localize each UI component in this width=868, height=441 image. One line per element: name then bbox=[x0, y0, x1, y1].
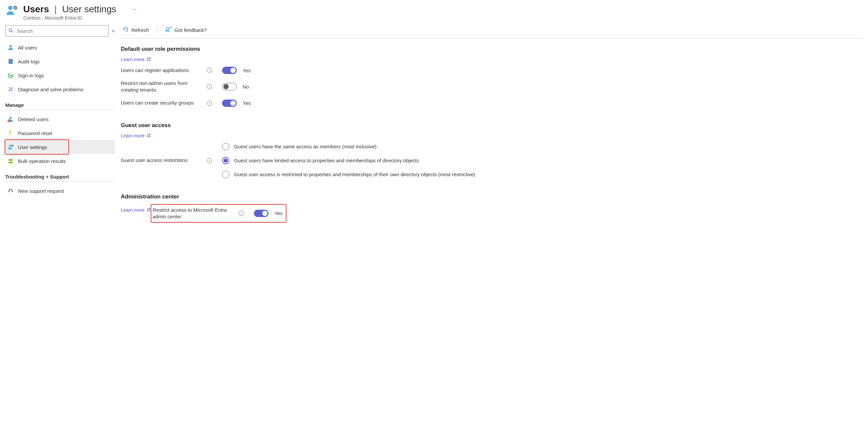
title-separator: | bbox=[55, 4, 57, 14]
feedback-icon bbox=[165, 27, 172, 33]
guest-option-inclusive[interactable]: Guest users have the same access as memb… bbox=[222, 143, 475, 150]
main-content: Refresh Got feedback? Default user role … bbox=[121, 25, 863, 223]
radio-icon bbox=[222, 157, 229, 164]
sidebar-item-bulk-ops[interactable]: Bulk operation results bbox=[5, 154, 115, 168]
sidebar-item-label: Audit logs bbox=[18, 59, 40, 64]
svg-point-18 bbox=[11, 145, 13, 147]
info-icon[interactable]: i bbox=[207, 68, 212, 73]
sidebar-item-user-settings[interactable]: User settings bbox=[5, 140, 115, 154]
radio-label: Guest users have limited access to prope… bbox=[234, 158, 419, 163]
search-input[interactable] bbox=[16, 28, 105, 34]
radio-label: Guest users have the same access as memb… bbox=[234, 144, 376, 149]
sidebar-item-label: All users bbox=[18, 45, 37, 51]
feedback-label: Got feedback? bbox=[175, 27, 207, 33]
external-link-icon bbox=[147, 208, 151, 213]
toggle-value: Yes bbox=[243, 100, 251, 106]
svg-point-3 bbox=[9, 29, 12, 32]
info-icon[interactable]: i bbox=[207, 84, 212, 89]
svg-point-0 bbox=[8, 6, 12, 10]
sidebar-item-new-support[interactable]: New support request bbox=[5, 184, 115, 198]
sidebar-item-diagnose[interactable]: Diagnose and solve problems bbox=[5, 82, 115, 96]
log-icon bbox=[7, 58, 14, 64]
setting-label: Guest user access restrictions bbox=[121, 157, 188, 163]
toolbar-divider bbox=[157, 26, 157, 34]
info-icon[interactable]: i bbox=[239, 211, 244, 216]
users-gear-icon bbox=[5, 4, 19, 18]
guest-option-limited[interactable]: Guest users have limited access to prope… bbox=[222, 157, 475, 164]
svg-line-4 bbox=[11, 31, 13, 33]
toggle-create-sec-groups[interactable] bbox=[222, 99, 237, 107]
svg-point-20 bbox=[11, 159, 12, 161]
section-title-admin: Administration center bbox=[121, 193, 863, 200]
person-icon bbox=[7, 44, 14, 51]
toggle-value: No bbox=[243, 84, 249, 90]
svg-point-19 bbox=[9, 159, 11, 161]
external-link-icon bbox=[147, 133, 151, 138]
page-title-sub: User settings bbox=[62, 4, 116, 14]
learn-more-default-perms[interactable]: Learn more bbox=[121, 57, 151, 62]
refresh-label: Refresh bbox=[131, 27, 149, 33]
radio-icon bbox=[222, 171, 229, 178]
headset-icon bbox=[7, 188, 14, 194]
guest-option-restrictive[interactable]: Guest user access is restricted to prope… bbox=[222, 171, 475, 178]
sidebar-item-audit-logs[interactable]: Audit logs bbox=[5, 55, 115, 68]
toggle-restrict-tenants[interactable] bbox=[222, 83, 237, 90]
svg-point-11 bbox=[10, 117, 12, 119]
sidebar-item-deleted-users[interactable]: Deleted users bbox=[5, 112, 115, 126]
users-gear-small-icon bbox=[7, 144, 14, 150]
sidebar-item-label: Diagnose and solve problems bbox=[18, 87, 84, 92]
setting-label: Restrict access to Microsoft Entra admin… bbox=[153, 207, 234, 220]
info-icon[interactable]: i bbox=[207, 158, 212, 163]
refresh-button[interactable]: Refresh bbox=[121, 25, 151, 35]
sidebar-item-label: Sign-in logs bbox=[18, 73, 44, 78]
person-minus-icon bbox=[7, 116, 14, 122]
search-icon bbox=[8, 28, 13, 34]
refresh-icon bbox=[123, 27, 129, 33]
setting-restrict-admin-center: Restrict access to Microsoft Entra admin… bbox=[153, 207, 282, 220]
svg-rect-16 bbox=[10, 134, 11, 135]
svg-point-22 bbox=[166, 28, 169, 30]
collapse-sidebar-button[interactable]: « bbox=[112, 28, 115, 34]
sidebar-group-manage: Manage bbox=[5, 96, 115, 110]
toggle-value: Yes bbox=[243, 68, 251, 73]
external-link-icon bbox=[147, 57, 151, 62]
sidebar-item-label: Bulk operation results bbox=[18, 158, 66, 164]
toolbar: Refresh Got feedback? bbox=[121, 25, 863, 38]
sidebar-item-label: Password reset bbox=[18, 130, 52, 136]
sidebar-item-all-users[interactable]: All users bbox=[5, 40, 115, 55]
toggle-value: Yes bbox=[275, 210, 282, 216]
toggle-register-apps[interactable] bbox=[222, 67, 237, 74]
setting-label: Users can create security groups bbox=[121, 99, 202, 106]
sidebar-item-label: New support request bbox=[18, 188, 64, 194]
search-input-wrapper[interactable] bbox=[5, 25, 108, 36]
learn-more-admin[interactable]: Learn more bbox=[121, 208, 151, 213]
radio-icon bbox=[222, 143, 229, 150]
setting-label: Restrict non-admin users from creating t… bbox=[121, 80, 202, 94]
setting-create-sec-groups: Users can create security groups i Yes bbox=[121, 99, 863, 107]
section-title-default-perms: Default user role permissions bbox=[121, 46, 863, 53]
radio-label: Guest user access is restricted to prope… bbox=[234, 171, 475, 177]
setting-label: Users can register applications bbox=[121, 67, 202, 74]
section-title-guest: Guest user access bbox=[121, 122, 863, 129]
learn-more-guest[interactable]: Learn more bbox=[121, 133, 151, 138]
setting-restrict-tenants: Restrict non-admin users from creating t… bbox=[121, 80, 863, 94]
page-subtitle: Contoso - Microsoft Entra ID bbox=[23, 15, 137, 21]
tools-icon bbox=[7, 86, 14, 92]
svg-point-5 bbox=[10, 45, 12, 48]
sidebar: « All users Audit logs Sign-in logs Diag… bbox=[5, 25, 115, 223]
key-icon bbox=[7, 130, 14, 136]
admin-restrict-highlight: Restrict access to Microsoft Entra admin… bbox=[151, 204, 286, 223]
sidebar-item-password-reset[interactable]: Password reset bbox=[5, 126, 115, 140]
toggle-restrict-admin[interactable] bbox=[254, 210, 269, 217]
svg-rect-13 bbox=[8, 121, 10, 121]
sidebar-group-support: Troubleshooting + Support bbox=[5, 168, 115, 182]
sidebar-item-label: User settings bbox=[18, 144, 47, 150]
sidebar-item-sign-in-logs[interactable]: Sign-in logs bbox=[5, 68, 115, 82]
signin-icon bbox=[7, 72, 14, 78]
more-actions-button[interactable]: ··· bbox=[122, 6, 137, 13]
info-icon[interactable]: i bbox=[207, 100, 212, 106]
feedback-button[interactable]: Got feedback? bbox=[163, 25, 209, 35]
page-title-main: Users bbox=[23, 4, 49, 14]
svg-rect-15 bbox=[10, 132, 10, 135]
svg-point-17 bbox=[9, 145, 11, 147]
